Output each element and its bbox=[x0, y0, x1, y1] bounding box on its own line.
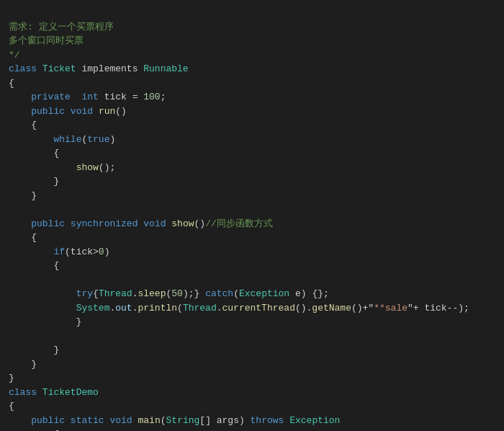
method-getname: getName bbox=[312, 303, 351, 314]
if-cond-close: ) bbox=[104, 246, 110, 257]
class-brace-close: } bbox=[9, 373, 14, 383]
indent-try bbox=[9, 288, 76, 299]
indent-public-1 bbox=[9, 106, 31, 117]
empty-line-2 bbox=[9, 275, 14, 285]
show-call-paren: (); bbox=[99, 162, 115, 173]
comment-sync: //同步函数方式 bbox=[205, 218, 273, 229]
space-main bbox=[132, 415, 138, 426]
string-bracket: [] bbox=[199, 415, 211, 426]
indent-brace-2: { bbox=[9, 120, 37, 130]
space-args: args) bbox=[211, 415, 251, 426]
getname-close: ()+" bbox=[351, 303, 374, 314]
main-open: ( bbox=[161, 415, 166, 426]
thread-current: . bbox=[217, 303, 222, 314]
run-method bbox=[93, 106, 99, 117]
class-thread-2: Thread bbox=[183, 303, 217, 314]
method-run: run bbox=[99, 106, 115, 117]
space-ticketdemo bbox=[37, 387, 42, 398]
indent-public-sync bbox=[9, 218, 31, 229]
keyword-void-2: void bbox=[143, 218, 166, 229]
run-params: () bbox=[115, 106, 127, 117]
indent-brace-3: { bbox=[9, 148, 59, 159]
keyword-throws: throws bbox=[251, 415, 284, 426]
classname-runnable: Runnable bbox=[143, 63, 188, 74]
while-cond-close: ) bbox=[109, 134, 115, 145]
classname-ticketdemo: TicketDemo bbox=[42, 387, 99, 398]
keyword-synchronized: synchronized bbox=[71, 218, 138, 229]
method-show-call: show bbox=[76, 162, 99, 173]
indent-show-call bbox=[9, 162, 76, 173]
indent-while bbox=[9, 134, 53, 145]
method-current-thread: currentThread bbox=[222, 303, 295, 314]
if-cond: (tick> bbox=[65, 246, 99, 257]
keyword-void-main: void bbox=[109, 415, 132, 426]
if-brace-close: } bbox=[9, 345, 59, 355]
string-sale: **sale bbox=[374, 303, 408, 314]
code-editor: 需求: 定义一个买票程序 多个窗口同时买票 */ class Ticket im… bbox=[0, 0, 504, 431]
comment-line-1: 需求: 定义一个买票程序 bbox=[9, 22, 114, 32]
try-brace: { bbox=[93, 288, 99, 299]
println-open: ( bbox=[177, 303, 183, 314]
space-3: tick = bbox=[99, 92, 143, 102]
show-brace-open: { bbox=[9, 232, 37, 243]
if-brace-open: { bbox=[9, 260, 59, 271]
keyword-class-1: class bbox=[9, 63, 37, 74]
show-paren: () bbox=[194, 218, 206, 229]
param-string-array: String bbox=[166, 415, 200, 426]
keyword-true: true bbox=[87, 134, 109, 145]
keyword-try: try bbox=[76, 288, 93, 299]
empty-line-1 bbox=[9, 204, 14, 215]
class-exception: Exception bbox=[239, 288, 289, 299]
keyword-catch: catch bbox=[205, 288, 233, 299]
method-show: show bbox=[171, 218, 194, 229]
indent-main bbox=[9, 415, 31, 426]
semicolon-1: ; bbox=[161, 92, 166, 102]
keyword-static: static bbox=[71, 415, 104, 426]
keyword-if: if bbox=[53, 246, 65, 257]
space-2 bbox=[71, 92, 82, 102]
method-sleep: sleep bbox=[138, 288, 166, 299]
classname-ticket: Ticket bbox=[42, 63, 76, 74]
indent-system bbox=[9, 303, 76, 314]
current-thread-close: (). bbox=[295, 303, 312, 314]
keyword-void-1: void bbox=[71, 106, 93, 117]
keyword-public-sync: public bbox=[31, 218, 65, 229]
class-system: System bbox=[76, 303, 110, 314]
indent-private bbox=[9, 92, 31, 102]
number-0: 0 bbox=[99, 246, 104, 257]
var-out: out bbox=[115, 303, 132, 314]
keyword-private: private bbox=[31, 92, 71, 102]
space-sync bbox=[65, 218, 71, 229]
number-100: 100 bbox=[143, 92, 160, 102]
keyword-while: while bbox=[53, 134, 81, 145]
exception-var: e) {}; bbox=[289, 288, 329, 299]
keyword-public-1: public bbox=[31, 106, 65, 117]
space-static bbox=[65, 415, 71, 426]
class-exception-main: Exception bbox=[289, 415, 340, 426]
keyword-class-2: class bbox=[9, 387, 37, 398]
catch-open: ( bbox=[233, 288, 239, 299]
indent-brace-5: } bbox=[9, 190, 37, 201]
number-50: 50 bbox=[171, 288, 183, 299]
space-void-1 bbox=[65, 106, 71, 117]
brace-open-1: { bbox=[9, 78, 14, 89]
show-brace-close: } bbox=[9, 359, 37, 370]
space-1 bbox=[37, 63, 42, 74]
keyword-int: int bbox=[81, 92, 98, 102]
indent-brace-4: } bbox=[9, 176, 59, 187]
plus-tick: "+ tick--); bbox=[408, 303, 469, 314]
comment-line-3: */ bbox=[9, 50, 20, 61]
empty-line-3 bbox=[9, 331, 14, 342]
indent-if bbox=[9, 246, 53, 257]
method-println: println bbox=[138, 303, 177, 314]
inner-brace-close: } bbox=[9, 316, 81, 327]
comment-line-2: 多个窗口同时买票 bbox=[9, 35, 84, 46]
method-main: main bbox=[138, 415, 161, 426]
ticketdemo-brace-open: { bbox=[9, 401, 14, 412]
implements-1: implements bbox=[76, 63, 144, 74]
keyword-public-main: public bbox=[31, 415, 65, 426]
sleep-close: );} bbox=[183, 288, 205, 299]
class-thread-1: Thread bbox=[99, 288, 132, 299]
